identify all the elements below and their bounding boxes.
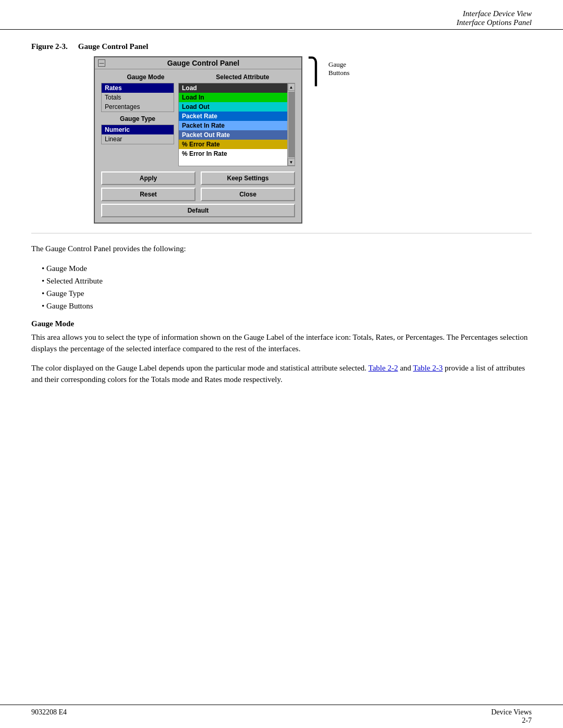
figure-container: — Gauge Control Panel Gauge Mode Selecte…	[94, 56, 532, 224]
bullet-gauge-buttons: Gauge Buttons	[42, 300, 532, 312]
section-divider	[31, 233, 532, 233]
scroll-up-arrow[interactable]: ▲	[288, 83, 295, 91]
window-titlebar: — Gauge Control Panel	[95, 57, 301, 69]
attr-item-error-in-rate[interactable]: % Error In Rate	[179, 149, 287, 158]
attr-column: Load Load In Load Out Packet Rate Packet…	[178, 83, 295, 166]
intro-paragraph: The Gauge Control Panel provides the fol…	[31, 243, 532, 255]
callout-text: Gauge Buttons	[328, 60, 349, 77]
header-line1: Interface Device View	[31, 9, 532, 18]
mode-item-rates[interactable]: Rates	[102, 83, 174, 93]
attr-list: Load Load In Load Out Packet Rate Packet…	[179, 83, 287, 166]
scrollbar-thumb[interactable]	[288, 92, 295, 157]
attr-list-wrapper: Load Load In Load Out Packet Rate Packet…	[178, 83, 295, 166]
figure-number: Figure 2-3.	[31, 42, 68, 51]
bullet-gauge-mode: Gauge Mode	[42, 262, 532, 275]
default-button[interactable]: Default	[101, 204, 295, 217]
para2-pre: The color displayed on the Gauge Label d…	[31, 364, 369, 372]
lists-row: Rates Totals Percentages Gauge Type Nume…	[101, 83, 295, 166]
gauge-control-panel-window: — Gauge Control Panel Gauge Mode Selecte…	[94, 56, 302, 224]
attr-scrollbar[interactable]: ▲ ▼	[287, 83, 295, 166]
page-header: Interface Device View Interface Options …	[0, 0, 563, 30]
body-para2: The color displayed on the Gauge Label d…	[31, 362, 532, 386]
keep-settings-button[interactable]: Keep Settings	[201, 171, 295, 185]
mode-item-totals[interactable]: Totals	[102, 93, 174, 102]
attr-item-load[interactable]: Load	[179, 83, 287, 93]
apply-button[interactable]: Apply	[101, 171, 195, 185]
gauge-type-list: Numeric Linear	[101, 125, 174, 144]
close-button[interactable]: Close	[201, 188, 295, 201]
scroll-down-arrow[interactable]: ▼	[288, 158, 295, 166]
bullet-selected-attr: Selected Attribute	[42, 275, 532, 287]
window-title: Gauge Control Panel	[108, 59, 298, 67]
mode-item-percentages[interactable]: Percentages	[102, 102, 174, 112]
reset-button[interactable]: Reset	[101, 188, 195, 201]
page-footer: 9032208 E4 Device Views 2-7	[0, 705, 563, 728]
figure-title: Gauge Control Panel	[78, 42, 149, 51]
minimize-button[interactable]: —	[98, 59, 105, 67]
table22-link[interactable]: Table 2-2	[369, 364, 398, 372]
attr-item-error-rate[interactable]: % Error Rate	[179, 140, 287, 149]
buttons-row-2: Reset Close	[101, 188, 295, 201]
gauge-mode-heading: Gauge Mode	[31, 319, 532, 328]
footer-right-line2: 2-7	[491, 717, 532, 725]
header-line2: Interface Options Panel	[31, 18, 532, 27]
body-para1: This area allows you to select the type …	[31, 331, 532, 355]
footer-right-line1: Device Views	[491, 708, 532, 717]
selected-attr-header: Selected Attribute	[216, 73, 269, 81]
buttons-row-1: Apply Keep Settings	[101, 171, 295, 185]
footer-right: Device Views 2-7	[491, 708, 532, 725]
callout-line: ⎫ Gauge Buttons	[307, 56, 349, 81]
bullet-gauge-type: Gauge Type	[42, 287, 532, 300]
gauge-mode-header: Gauge Mode	[127, 73, 164, 81]
para2-mid: and	[398, 364, 413, 372]
table23-link[interactable]: Table 2-3	[413, 364, 443, 372]
attr-item-load-out[interactable]: Load Out	[179, 102, 287, 112]
buttons-row-3: Default	[101, 204, 295, 217]
type-item-numeric[interactable]: Numeric	[102, 125, 174, 134]
gauge-type-label: Gauge Type	[101, 115, 174, 122]
figure-label-row: Figure 2-3. Gauge Control Panel	[31, 42, 532, 51]
main-content: Figure 2-3. Gauge Control Panel — Gauge …	[0, 30, 563, 405]
column-headers: Gauge Mode Selected Attribute	[101, 73, 295, 81]
footer-left: 9032208 E4	[31, 708, 67, 725]
window-body: Gauge Mode Selected Attribute Rates Tota…	[95, 69, 301, 223]
callout-area: ⎫ Gauge Buttons	[307, 56, 349, 113]
attr-item-load-in[interactable]: Load In	[179, 93, 287, 102]
type-item-linear[interactable]: Linear	[102, 134, 174, 144]
callout-label-line2: Buttons	[328, 69, 349, 77]
mode-type-column: Rates Totals Percentages Gauge Type Nume…	[101, 83, 174, 166]
bullet-list: Gauge Mode Selected Attribute Gauge Type…	[31, 262, 532, 312]
callout-label-line1: Gauge	[328, 60, 349, 69]
attr-item-packet-rate[interactable]: Packet Rate	[179, 112, 287, 121]
gauge-mode-list: Rates Totals Percentages	[101, 83, 174, 112]
callout-bracket: ⎫	[307, 61, 325, 81]
attr-item-packet-in-rate[interactable]: Packet In Rate	[179, 121, 287, 130]
attr-item-packet-out-rate[interactable]: Packet Out Rate	[179, 130, 287, 140]
buttons-area: Apply Keep Settings Reset Close Default	[101, 171, 295, 217]
